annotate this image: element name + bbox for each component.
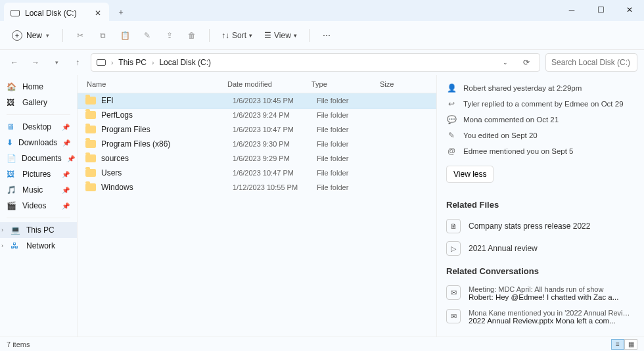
folder-icon: [85, 169, 96, 177]
pin-icon[interactable]: 📌: [62, 139, 70, 147]
related-files-list: 🗎 Company stats press release 2022▷ 2021…: [446, 215, 632, 260]
more-icon[interactable]: ⋯: [317, 26, 336, 45]
file-row[interactable]: Windows 1/12/2023 10:55 PM File folder: [78, 180, 436, 195]
folder-icon: [85, 126, 96, 133]
sort-button[interactable]: ↑↓ Sort ▾: [218, 28, 256, 43]
file-row[interactable]: EFI 1/6/2023 10:45 PM File folder: [78, 93, 436, 108]
file-name: EFI: [101, 96, 233, 105]
search-box[interactable]: 🔍: [545, 53, 637, 72]
network-icon: 🖧: [11, 241, 21, 250]
back-button[interactable]: ←: [7, 55, 22, 70]
chevron-down-icon[interactable]: ▾: [49, 55, 64, 70]
col-date[interactable]: Date modified: [227, 80, 311, 88]
related-file[interactable]: 🗎 Company stats press release 2022: [446, 215, 632, 237]
close-window-button[interactable]: ✕: [615, 0, 644, 20]
file-date: 1/12/2023 10:55 PM: [233, 183, 317, 191]
file-name: Users: [101, 168, 233, 177]
chevron-right-icon[interactable]: ›: [1, 227, 3, 233]
nav-music[interactable]: 🎵 Music 📌: [0, 182, 77, 198]
view-less-button[interactable]: View less: [446, 166, 494, 183]
nav-documents[interactable]: 📄 Documents 📌: [0, 151, 77, 166]
view-label: View: [274, 31, 291, 40]
activity-item: @ Edmee mentioned you on Sept 5: [446, 143, 632, 159]
pc-icon: 💻: [11, 225, 21, 235]
play-icon: ▷: [446, 241, 461, 256]
nav-pictures[interactable]: 🖼 Pictures 📌: [0, 166, 77, 182]
view-button[interactable]: ☰ View ▾: [260, 28, 301, 43]
delete-icon[interactable]: 🗑: [183, 26, 201, 45]
col-name[interactable]: Name: [78, 80, 227, 88]
music-icon: 🎵: [7, 185, 17, 195]
refresh-icon[interactable]: ⟳: [518, 55, 534, 70]
chevron-right-icon[interactable]: ›: [1, 243, 3, 249]
conversation-item[interactable]: ✉ Meeting: MDC April: All hands run of s…: [446, 281, 632, 305]
file-row[interactable]: sources 1/6/2023 9:29 PM File folder: [78, 151, 436, 166]
new-tab-button[interactable]: ＋: [112, 3, 130, 21]
chevron-down-icon: ▾: [46, 32, 49, 39]
titlebar: Local Disk (C:) ✕ ＋ ─ ☐ ✕: [0, 0, 644, 21]
cut-icon[interactable]: ✂: [71, 26, 89, 45]
nav-this-pc[interactable]: › 💻 This PC: [0, 222, 77, 238]
close-tab-icon[interactable]: ✕: [93, 9, 103, 18]
sort-label: Sort: [232, 31, 246, 40]
col-type[interactable]: Type: [311, 80, 380, 88]
pin-icon[interactable]: 📌: [61, 202, 70, 210]
pin-icon[interactable]: 📌: [61, 187, 70, 194]
col-size[interactable]: Size: [380, 80, 419, 88]
file-name: Program Files (x86): [101, 139, 233, 149]
window-controls: ─ ☐ ✕: [557, 0, 644, 20]
icons-view-button[interactable]: ▦: [624, 339, 637, 350]
pin-icon[interactable]: 📌: [61, 124, 70, 131]
file-row[interactable]: Users 1/6/2023 10:47 PM File folder: [78, 166, 436, 180]
pin-icon[interactable]: 📌: [61, 171, 70, 178]
file-date: 1/6/2023 9:29 PM: [233, 154, 317, 162]
chevron-down-icon[interactable]: ⌄: [497, 55, 513, 70]
activity-item: ✎ You edited on Sept 20: [446, 128, 632, 143]
file-row[interactable]: Program Files (x86) 1/6/2023 9:30 PM Fil…: [78, 137, 436, 151]
videos-icon: 🎬: [7, 201, 17, 210]
file-row[interactable]: PerfLogs 1/6/2023 9:24 PM File folder: [78, 108, 436, 122]
breadcrumb-drive[interactable]: Local Disk (C:): [159, 58, 211, 67]
paste-icon[interactable]: 📋: [116, 26, 134, 45]
address-bar[interactable]: › This PC › Local Disk (C:) ⌄ ⟳: [91, 53, 540, 72]
view-switcher: ≡ ▦: [611, 339, 637, 350]
minimize-button[interactable]: ─: [557, 0, 586, 20]
nav-downloads[interactable]: ⬇ Downloads 📌: [0, 135, 77, 151]
breadcrumb-pc[interactable]: This PC: [118, 58, 147, 67]
activity-text: Mona commented on Oct 21: [463, 116, 559, 124]
up-button[interactable]: ↑: [70, 55, 85, 70]
nav-videos[interactable]: 🎬 Videos 📌: [0, 198, 77, 214]
activity-text: Edmee mentioned you on Sept 5: [463, 147, 574, 155]
maximize-button[interactable]: ☐: [586, 0, 615, 20]
rename-icon[interactable]: ✎: [138, 26, 156, 45]
nav-label: Documents: [22, 154, 62, 163]
nav-label: Gallery: [22, 98, 47, 107]
status-bar: 7 items ≡ ▦: [0, 337, 644, 351]
folder-icon: [85, 183, 96, 191]
activity-item: 👤 Robert shared yesterday at 2:29pm: [446, 80, 632, 96]
related-file[interactable]: ▷ 2021 Annual review: [446, 237, 632, 260]
comment-icon: 💬: [446, 114, 457, 125]
conversation-item[interactable]: ✉ Mona Kane mentioned you in '2022 Annua…: [446, 305, 632, 329]
chevron-right-icon: ›: [111, 59, 113, 66]
conversation-preview: 2022 Annual Review.pptx Mona left a com.…: [469, 317, 632, 325]
copy-icon[interactable]: ⧉: [93, 26, 112, 45]
folder-icon: [85, 154, 96, 162]
nav-gallery[interactable]: 🖼 Gallery: [0, 95, 77, 110]
separator: [7, 114, 70, 115]
pin-icon[interactable]: 📌: [67, 155, 75, 162]
file-row[interactable]: Program Files 1/6/2023 10:47 PM File fol…: [78, 122, 436, 137]
nav-network[interactable]: › 🖧 Network: [0, 238, 77, 254]
nav-label: This PC: [26, 225, 55, 235]
nav-home[interactable]: 🏠 Home: [0, 79, 77, 95]
details-view-button[interactable]: ≡: [611, 339, 624, 350]
view-icon: ☰: [264, 31, 271, 40]
tab-title: Local Disk (C:): [25, 9, 88, 18]
forward-button[interactable]: →: [28, 55, 43, 70]
main: 🏠 Home 🖼 Gallery 🖥 Desktop 📌 ⬇ Downloads…: [0, 75, 644, 337]
nav-desktop[interactable]: 🖥 Desktop 📌: [0, 119, 77, 135]
chevron-down-icon: ▾: [294, 32, 297, 39]
search-input[interactable]: [551, 58, 644, 67]
new-button[interactable]: + New ▾: [7, 28, 55, 43]
share-icon[interactable]: ⇪: [160, 26, 179, 45]
